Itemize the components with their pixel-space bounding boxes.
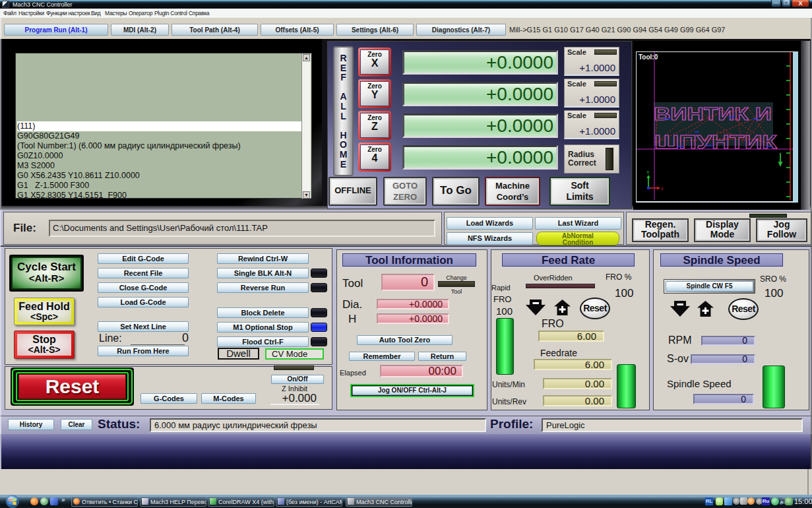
svg-text:Y: Y <box>646 170 650 175</box>
svg-text:ШПУНТИК: ШПУНТИК <box>654 131 778 152</box>
svg-text:Tool:0: Tool:0 <box>639 53 658 61</box>
svg-text:x: x <box>661 186 664 191</box>
svg-text:ВИНТИК И: ВИНТИК И <box>654 104 772 124</box>
